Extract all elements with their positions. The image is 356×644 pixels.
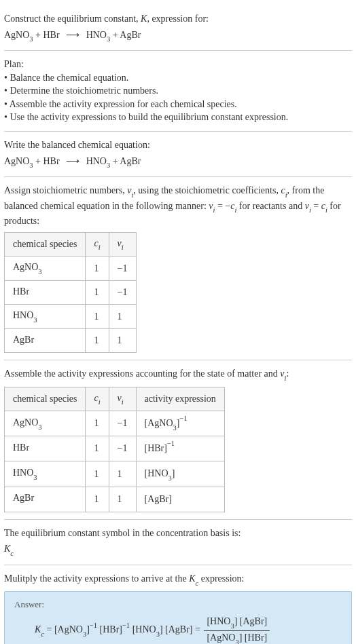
- cell-nu: −1: [109, 257, 136, 280]
- cell-c: 1: [86, 436, 109, 461]
- cell-act: [AgBr]: [136, 487, 224, 512]
- table-row: HBr 1 −1 [HBr]−1: [5, 436, 225, 461]
- beq-hno: HNO: [86, 156, 107, 166]
- a0a: [AgNO: [145, 418, 173, 428]
- cell-c: 1: [86, 328, 109, 352]
- cell-c: 1: [86, 257, 109, 280]
- eq-hbr: HBr: [43, 30, 60, 40]
- cell-species: AgNO3: [5, 411, 86, 436]
- a2a: [HNO: [145, 468, 168, 478]
- plan-bullet-3: • Assemble the activity expression for e…: [4, 98, 352, 111]
- cell-nu: −1: [109, 280, 136, 304]
- assign-t2: , using the stoichiometric coefficients,: [133, 185, 281, 195]
- cell-c: 1: [86, 487, 109, 512]
- ans-t1s: 3: [83, 630, 86, 638]
- assign-t1: Assign stoichiometric numbers,: [4, 185, 127, 195]
- ans-t3: [HNO: [132, 625, 156, 635]
- table-header-row: chemical species ci νi activity expressi…: [5, 387, 225, 411]
- ath-c-sub: i: [99, 398, 101, 406]
- intro-text: Construct the equilibrium constant, K, e…: [4, 12, 352, 26]
- ans-Kc: c: [41, 630, 44, 638]
- cell-species: AgBr: [5, 487, 86, 512]
- th-c: ci: [86, 232, 109, 256]
- table-row: HNO3 1 1 [HNO3]: [5, 461, 225, 487]
- a2b: ]: [172, 468, 175, 478]
- cell-species: HBr: [5, 280, 86, 304]
- assign-eq2b: =: [311, 201, 321, 211]
- th-nu-sym: ν: [118, 238, 122, 248]
- ath-act: activity expression: [136, 387, 224, 411]
- cell-act: [HBr]−1: [136, 436, 224, 461]
- cell-nu: −1: [109, 411, 136, 436]
- sp3: AgBr: [13, 335, 34, 345]
- th-nu: νi: [109, 232, 136, 256]
- balanced-equation: AgNO3 + HBr ⟶ HNO3 + AgBr: [4, 155, 352, 170]
- table-row: AgNO3 1 −1 [AgNO3]−1: [5, 411, 225, 436]
- den1: [AgNO: [207, 632, 235, 643]
- asp3: AgBr: [13, 493, 34, 503]
- ans-t3s: 3: [156, 630, 160, 638]
- cell-species: HNO3: [5, 461, 86, 487]
- ans-eq1: =: [44, 625, 54, 635]
- beq-plus1: +: [33, 156, 43, 166]
- eq-sub2: 3: [107, 35, 110, 43]
- table-header-row: chemical species ci νi: [5, 232, 137, 256]
- num1b: ] [AgBr]: [234, 616, 268, 626]
- asp0: AgNO: [13, 417, 38, 428]
- assign-text: Assign stoichiometric numbers, νi, using…: [4, 184, 352, 228]
- th-c-sub: i: [99, 244, 101, 251]
- ath-nu: νi: [109, 387, 136, 411]
- beq-sub1: 3: [29, 162, 33, 169]
- multiply-text: Mulitply the activity expressions to arr…: [4, 572, 352, 587]
- assign-eq1ci: i: [234, 206, 236, 214]
- mul-t2: expression:: [198, 573, 244, 584]
- table-row: AgBr 1 1 [AgBr]: [5, 487, 225, 512]
- ath-nu-sub: i: [122, 398, 124, 406]
- ans-e1: −1: [90, 622, 97, 629]
- activity-section: Assemble the activity expressions accoun…: [4, 360, 352, 520]
- assign-c1: c: [281, 185, 285, 195]
- sp2: HNO: [13, 310, 33, 320]
- eq-agbr: AgBr: [120, 30, 141, 40]
- act-t1: Assemble the activity expressions accoun…: [4, 368, 280, 379]
- ans-K: K: [35, 625, 41, 635]
- cell-nu: 1: [109, 487, 136, 512]
- plan-bullet-2: • Determine the stoichiometric numbers.: [4, 84, 352, 98]
- answer-equation: Kc = [AgNO3]−1 [HBr]−1 [HNO3] [AgBr] = […: [14, 615, 342, 644]
- assign-eq2ci: i: [325, 206, 327, 214]
- ans-e2: −1: [122, 622, 130, 629]
- frac-den: [AgNO3] [HBr]: [204, 631, 270, 644]
- symbol-section: The equilibrium constant symbol in the c…: [4, 520, 352, 565]
- plan-bullet-4: • Use the activity expressions to build …: [4, 111, 352, 124]
- num1: [HNO: [207, 616, 230, 626]
- beq-plus2: +: [110, 156, 120, 166]
- act-colon: :: [286, 368, 289, 379]
- cell-act: [AgNO3]−1: [136, 411, 224, 436]
- ans-eq2: =: [192, 625, 202, 635]
- beq-hbr: HBr: [43, 156, 60, 166]
- ath-c: ci: [86, 387, 109, 411]
- table-row: HBr 1 −1: [5, 280, 137, 304]
- ans-t4: [AgBr]: [165, 625, 192, 635]
- cell-species: AgBr: [5, 328, 86, 352]
- a0s: 3: [173, 424, 177, 432]
- num1s: 3: [230, 622, 234, 630]
- a3a: [AgBr]: [145, 493, 172, 504]
- ath-c-sym: c: [94, 393, 98, 403]
- table-row: AgNO3 1 −1: [5, 257, 137, 280]
- th-species: chemical species: [5, 232, 86, 256]
- beq-arrow: ⟶: [66, 155, 79, 168]
- eq-agno: AgNO: [4, 30, 29, 40]
- eq-hno: HNO: [86, 30, 107, 40]
- intro-K: K: [141, 14, 147, 24]
- a0e: −1: [179, 415, 187, 422]
- balanced-title: Write the balanced chemical equation:: [4, 138, 352, 152]
- cell-nu: −1: [109, 436, 136, 461]
- answer-label: Answer:: [14, 599, 342, 611]
- table-row: AgBr 1 1: [5, 328, 137, 352]
- intro-line1: Construct the equilibrium constant,: [4, 14, 141, 24]
- a2s: 3: [168, 474, 172, 482]
- beq-agno: AgNO: [4, 156, 29, 166]
- beq-agbr: AgBr: [120, 156, 141, 166]
- plan-section: Plan: • Balance the chemical equation. •…: [4, 51, 352, 132]
